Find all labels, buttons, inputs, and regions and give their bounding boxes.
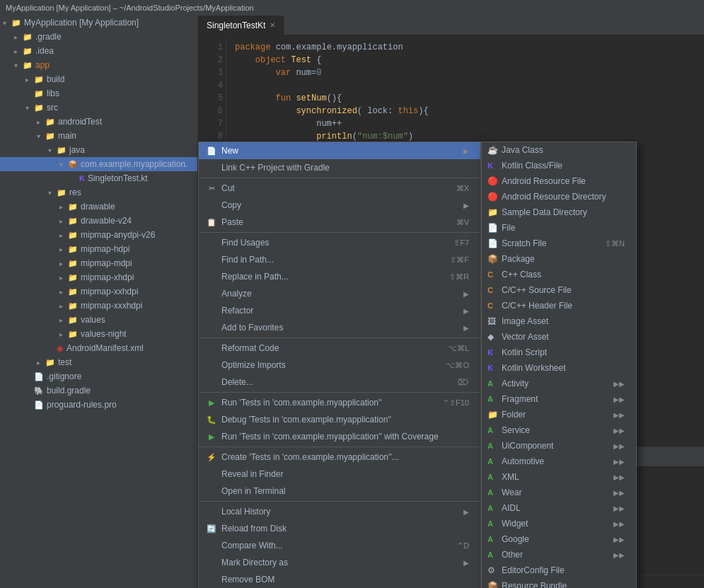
menu-item-delete[interactable]: Delete... ⌦: [199, 374, 480, 391]
tree-item-mipmap-xhdpi[interactable]: ▸📁mipmap-xhdpi: [0, 270, 197, 284]
submenu-item-vectorasset[interactable]: ◆ Vector Asset: [482, 329, 636, 345]
submenu-item-androidresourcefile[interactable]: 🔴 Android Resource File: [482, 173, 636, 189]
submenu-item-automotive[interactable]: A Automotive ▶: [482, 454, 636, 469]
tree-item-build[interactable]: ▸📁build: [0, 72, 197, 86]
tree-item-app[interactable]: ▾📁app: [0, 58, 197, 72]
submenu-item-androidresourcedirectory[interactable]: 🔴 Android Resource Directory: [482, 189, 636, 204]
tree-item-singletontest[interactable]: KSingletonTest.kt: [0, 171, 197, 185]
tree-item-src[interactable]: ▾📁src: [0, 100, 197, 115]
submenu-item-folder[interactable]: 📁 Folder ▶: [482, 407, 636, 422]
menu-item-comparewith[interactable]: Compare With... ⌃D: [199, 537, 480, 554]
submenu-item-activity[interactable]: A Activity ▶: [482, 376, 636, 391]
submenu-item-kotlinscript[interactable]: K Kotlin Script: [482, 345, 636, 360]
file-icon: 📁: [23, 33, 33, 42]
submenu-item-label: Kotlin Script: [502, 347, 625, 357]
tree-item-buildgradle[interactable]: 🐘build.gradle: [0, 384, 197, 398]
menu-item-icon: 🔄: [204, 524, 219, 534]
tree-item-values-night[interactable]: ▸📁values-night: [0, 327, 197, 341]
menu-item-arrow: ▶: [463, 290, 469, 298]
tree-item-gitignore[interactable]: 📄.gitignore: [0, 369, 197, 384]
menu-item-analyze[interactable]: Analyze ▶: [199, 285, 480, 302]
tree-item-gradle[interactable]: ▸📁.gradle: [0, 30, 197, 44]
menu-item-reloaddisk[interactable]: 🔄 Reload from Disk: [199, 520, 480, 537]
menu-item-findusages[interactable]: Find Usages ⇧F7: [199, 234, 480, 251]
submenu-item-kotlinworksheet[interactable]: K Kotlin Worksheet: [482, 360, 636, 376]
submenu-item-resourcebundle[interactable]: 📦 Resource Bundle: [482, 578, 636, 588]
menu-item-copy[interactable]: Copy ▶: [199, 197, 480, 214]
submenu-item-sampledatadirectory[interactable]: 📁 Sample Data Directory: [482, 204, 636, 220]
tab-singletonTestKt[interactable]: SingletonTestKt ✕: [198, 16, 284, 35]
submenu-item-label: Android Resource File: [502, 176, 625, 186]
submenu-item-xml[interactable]: A XML ▶: [482, 469, 636, 485]
menu-item-cut[interactable]: ✂ Cut ⌘X: [199, 180, 480, 197]
submenu-item-kotlinclassfile[interactable]: K Kotlin Class/File: [482, 158, 636, 173]
submenu-item-uicomponent[interactable]: A UiComponent ▶: [482, 438, 636, 454]
tree-item-test[interactable]: ▸📁test: [0, 355, 197, 369]
tree-item-mipmap-anydpi-v26[interactable]: ▸📁mipmap-anydpi-v26: [0, 228, 197, 242]
submenu-item-service[interactable]: A Service ▶: [482, 422, 636, 438]
menu-item-reformat[interactable]: Reformat Code ⌥⌘L: [199, 340, 480, 357]
menu-item-label: New: [221, 146, 463, 156]
menu-item-openterminal[interactable]: Open in Terminal: [199, 483, 480, 500]
submenu-arrow: ▶: [613, 396, 619, 403]
menu-item-runtests[interactable]: ▶ Run 'Tests in 'com.example.myapplicati…: [199, 394, 480, 411]
menu-item-revealfinder[interactable]: Reveal in Finder: [199, 466, 480, 483]
tree-item-mipmap-mdpi[interactable]: ▸📁mipmap-mdpi: [0, 256, 197, 270]
tree-item-proguard[interactable]: 📄proguard-rules.pro: [0, 398, 197, 412]
tree-item-androidmanifest[interactable]: ◉AndroidManifest.xml: [0, 341, 197, 355]
menu-item-localhistory[interactable]: Local History ▶: [199, 503, 480, 520]
submenu-item-label: Activity: [502, 379, 613, 388]
submenu-item-google[interactable]: A Google ▶: [482, 531, 636, 547]
tree-item-mipmap-xxxhdpi[interactable]: ▸📁mipmap-xxxhdpi: [0, 299, 197, 313]
submenu-icon: A: [487, 550, 499, 559]
tree-item-drawable[interactable]: ▸📁drawable: [0, 200, 197, 214]
submenu-item-javaclass[interactable]: ☕ Java Class: [482, 142, 636, 158]
tree-item-drawable-v24[interactable]: ▸📁drawable-v24: [0, 214, 197, 228]
menu-item-link-cpp[interactable]: Link C++ Project with Gradle: [199, 159, 480, 176]
menu-item-replaceinpath[interactable]: Replace in Path... ⇧⌘R: [199, 268, 480, 285]
submenu-item-editorconfigfile[interactable]: ⚙ EditorConfig File: [482, 563, 636, 578]
tree-item-libs[interactable]: 📁libs: [0, 86, 197, 100]
tree-item-res[interactable]: ▾📁res: [0, 185, 197, 200]
tree-item-main[interactable]: ▾📁main: [0, 129, 197, 143]
tree-item-androidtest[interactable]: ▸📁androidTest: [0, 115, 197, 129]
tree-item-com[interactable]: ▾📦com.example.myapplication.: [0, 157, 197, 171]
tree-item-mipmap-xxhdpi[interactable]: ▸📁mipmap-xxhdpi: [0, 284, 197, 299]
menu-item-label: Replace in Path...: [221, 272, 444, 282]
tree-item-mipmap-hdpi[interactable]: ▸📁mipmap-hdpi: [0, 242, 197, 256]
submenu-item-package[interactable]: 📦 Package: [482, 251, 636, 267]
submenu-item-scratchfile[interactable]: 📄 Scratch File ⇧⌘N: [482, 236, 636, 251]
menu-item-new[interactable]: 📄 New ▶: [199, 142, 480, 159]
menu-item-shortcut: ⌃⇧F10: [443, 398, 469, 408]
tree-label: mipmap-mdpi: [81, 258, 132, 268]
tree-item-myapplication[interactable]: ▾📁MyApplication [My Application]: [0, 16, 197, 30]
submenu-item-aidl[interactable]: A AIDL ▶: [482, 500, 636, 516]
submenu-item-file[interactable]: 📄 File: [482, 220, 636, 236]
tree-item-idea[interactable]: ▸📁.idea: [0, 44, 197, 58]
menu-item-shortcut: ⌥⌘O: [446, 361, 469, 370]
menu-item-debugtests[interactable]: 🐛 Debug 'Tests in 'com.example.myapplica…: [199, 411, 480, 428]
submenu-item-other[interactable]: A Other ▶: [482, 547, 636, 563]
submenu-icon: 📁: [487, 207, 499, 217]
submenu-item-cppclass[interactable]: C C++ Class: [482, 267, 636, 282]
menu-item-refactor[interactable]: Refactor ▶: [199, 302, 480, 319]
submenu-item-cppheaderfile[interactable]: C C/C++ Header File: [482, 298, 636, 313]
submenu-item-fragment[interactable]: A Fragment ▶: [482, 391, 636, 407]
submenu-item-wear[interactable]: A Wear ▶: [482, 485, 636, 500]
submenu-item-imageasset[interactable]: 🖼 Image Asset: [482, 313, 636, 329]
menu-item-optimizeimports[interactable]: Optimize Imports ⌥⌘O: [199, 357, 480, 374]
tree-item-java[interactable]: ▾📁java: [0, 143, 197, 157]
menu-item-runcoverage[interactable]: ▶ Run 'Tests in 'com.example.myapplicati…: [199, 428, 480, 445]
menu-item-removebom[interactable]: Remove BOM: [199, 571, 480, 588]
file-icon: 📁: [68, 316, 78, 325]
tab-close-icon[interactable]: ✕: [270, 21, 275, 29]
menu-item-markdirectory[interactable]: Mark Directory as ▶: [199, 554, 480, 571]
menu-item-paste[interactable]: 📋 Paste ⌘V: [199, 214, 480, 231]
submenu-item-cppsourcefile[interactable]: C C/C++ Source File: [482, 282, 636, 298]
menu-item-createtests[interactable]: ⚡ Create 'Tests in 'com.example.myapplic…: [199, 449, 480, 466]
menu-item-findinpath[interactable]: Find in Path... ⇧⌘F: [199, 251, 480, 268]
menu-item-addtofav[interactable]: Add to Favorites ▶: [199, 319, 480, 336]
submenu-item-widget[interactable]: A Widget ▶: [482, 516, 636, 531]
tree-item-values[interactable]: ▸📁values: [0, 313, 197, 327]
menu-item-icon: ⚡: [204, 453, 219, 462]
